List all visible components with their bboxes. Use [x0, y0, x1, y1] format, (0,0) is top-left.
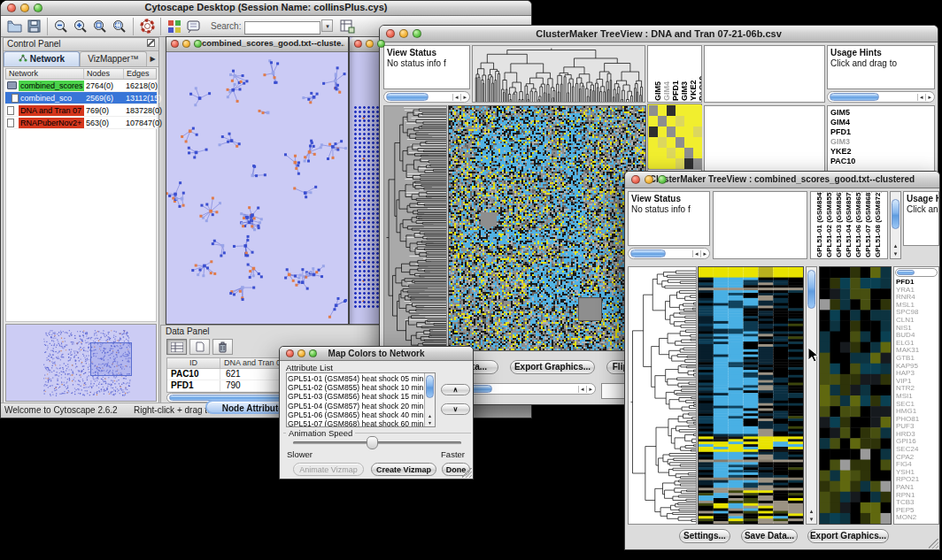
save-data-button[interactable]: Save Data...	[741, 529, 798, 543]
scroll-right-icon[interactable]: ▸	[925, 94, 933, 101]
gene-label[interactable]: VIP1	[896, 378, 919, 386]
column-label[interactable]: YKE2	[689, 80, 698, 101]
column-label[interactable]: PAC10	[698, 76, 702, 101]
move-down-button[interactable]: ∨	[441, 403, 470, 415]
zoom-button[interactable]	[413, 29, 421, 38]
network-list-row[interactable]: combined_sco2569(6)13112(15)	[5, 92, 157, 104]
column-label[interactable]: GPL51-01 (GSM854)	[815, 191, 823, 257]
zoom-matrix-cell[interactable]	[658, 158, 667, 169]
heatmap-global-view[interactable]	[448, 105, 646, 351]
col-header-nodes[interactable]: Nodes	[84, 69, 124, 79]
column-label[interactable]: GPL51-07 (GSM868)	[864, 191, 872, 257]
minimize-button[interactable]	[645, 175, 653, 184]
scroll-up-icon[interactable]: ▴	[807, 508, 816, 515]
column-label[interactable]: PFD1	[671, 81, 680, 101]
zoom-in-icon[interactable]	[72, 18, 89, 35]
network-canvas[interactable]	[166, 52, 348, 324]
resize-grip[interactable]	[929, 539, 938, 548]
close-button[interactable]	[7, 4, 16, 12]
scroll-right-icon[interactable]: ▸	[460, 94, 468, 101]
gene-label[interactable]: BUD4	[896, 332, 919, 340]
gene-label[interactable]: SEC24	[896, 446, 919, 454]
zoom-matrix-cell[interactable]	[649, 158, 658, 169]
zoom-selected-icon[interactable]	[91, 18, 109, 35]
export-graphics-button[interactable]: Export Graphics...	[510, 360, 595, 374]
zoom-matrix-cell[interactable]	[676, 105, 684, 116]
save-icon[interactable]	[25, 18, 42, 35]
scroll-left-icon[interactable]: ◂	[452, 94, 460, 101]
zoom-matrix-cell[interactable]	[667, 137, 676, 148]
zoom-matrix-cell[interactable]	[649, 137, 658, 148]
gene-label[interactable]: SPC98	[896, 309, 919, 317]
gene-label[interactable]: PEP5	[896, 507, 919, 515]
zoom-matrix-cell[interactable]	[693, 158, 702, 169]
attribute-list-vscrollbar[interactable]: ▴ ▾	[424, 373, 435, 426]
close-button[interactable]	[631, 175, 640, 184]
animate-vizmap-button[interactable]: Animate Vizmap	[293, 463, 364, 476]
zoom-matrix-cell[interactable]	[676, 148, 684, 158]
zoom-matrix-cell[interactable]	[684, 116, 693, 127]
gene-label[interactable]: SEC1	[896, 401, 919, 409]
zoom-button[interactable]	[34, 4, 42, 12]
zoom-matrix-cell[interactable]	[676, 158, 684, 169]
zoom-matrix-cell[interactable]	[684, 158, 693, 169]
gene-label[interactable]: PUF3	[896, 423, 919, 431]
gene-label[interactable]: GIM3	[830, 137, 931, 147]
scroll-right-icon[interactable]: ▸	[586, 386, 594, 393]
gene-label[interactable]: CLN1	[896, 317, 919, 325]
treeview-dna-titlebar[interactable]: ClusterMaker TreeView : DNA and Tran 07-…	[380, 26, 938, 42]
gene-label[interactable]: NTR2	[896, 385, 919, 393]
heatmap-vscrollbar[interactable]: ▴ ▾	[806, 266, 817, 525]
minimize-button[interactable]	[399, 29, 408, 38]
close-button[interactable]	[171, 40, 179, 48]
zoom-button[interactable]	[377, 40, 385, 48]
treeview-combined-titlebar[interactable]: ClusterMaker TreeView : combined_scores_…	[625, 172, 939, 188]
gene-label[interactable]: PHO81	[896, 416, 919, 424]
zoom-button[interactable]	[309, 349, 317, 357]
zoom-matrix-cell[interactable]	[693, 127, 702, 137]
annotation-icon[interactable]	[185, 18, 203, 35]
gene-label[interactable]: YKE2	[830, 147, 931, 157]
tab-network[interactable]: Network	[4, 51, 80, 66]
gene-label[interactable]: FIG4	[896, 461, 919, 469]
zoom-matrix-cell[interactable]	[676, 127, 684, 137]
gene-label[interactable]: GIM4	[830, 118, 931, 127]
scroll-up-icon[interactable]: ▴	[891, 242, 900, 249]
gene-label[interactable]: GTB1	[896, 355, 919, 363]
minimize-button[interactable]	[182, 40, 190, 48]
zoom-matrix-cell[interactable]	[676, 116, 684, 127]
vizmapper-icon[interactable]	[166, 18, 183, 35]
gene-label[interactable]: GPI16	[896, 438, 919, 446]
map-colors-titlebar[interactable]: Map Colors to Network	[280, 347, 473, 361]
column-labels-scrollbar[interactable]: ▴ ▾	[890, 191, 901, 259]
gene-label[interactable]: PFD1	[830, 127, 931, 137]
column-dendrogram[interactable]	[472, 45, 645, 103]
scroll-right-icon[interactable]: ▸	[700, 250, 708, 257]
zoom-matrix-cell[interactable]	[684, 137, 693, 148]
zoom-matrix-cell[interactable]	[667, 148, 676, 158]
zoom-matrix-cell[interactable]	[693, 116, 702, 127]
zoom-matrix-cell[interactable]	[649, 127, 658, 137]
zoom-matrix-cell[interactable]	[693, 148, 702, 158]
scroll-down-icon[interactable]: ▾	[891, 250, 900, 257]
row-dendrogram[interactable]	[628, 266, 697, 525]
zoom-matrix-cell[interactable]	[693, 137, 702, 148]
network-list-row[interactable]: RNAPuberNov2+563(0)107847(0)	[5, 117, 157, 129]
gene-label[interactable]: ELG1	[896, 340, 919, 348]
zoom-matrix-cell[interactable]	[658, 137, 667, 148]
gene-label[interactable]: YSH1	[896, 469, 919, 477]
zoom-matrix-cell[interactable]	[649, 148, 658, 158]
gene-label[interactable]: PAC10	[830, 157, 931, 166]
attribute-list-item[interactable]: GPL51-07 (GSM868) heat shock 60 min	[288, 419, 423, 427]
gene-label[interactable]: PFD1	[896, 279, 919, 287]
zoom-button[interactable]	[658, 175, 667, 184]
overview-selection-rect[interactable]	[90, 342, 132, 376]
column-label[interactable]: GPL51-06 (GSM865)	[854, 191, 862, 257]
column-label[interactable]: GPL51-03 (GSM856)	[835, 191, 843, 257]
gene-label[interactable]: MSI1	[896, 393, 919, 401]
create-vizmap-button[interactable]: Create Vizmap	[371, 463, 436, 476]
scroll-down-icon[interactable]: ▾	[425, 419, 435, 426]
gene-label[interactable]: MON2	[896, 514, 919, 522]
zoom-out-icon[interactable]	[52, 18, 70, 35]
usage-hints-scrollbar[interactable]: ◂▸	[827, 91, 935, 103]
